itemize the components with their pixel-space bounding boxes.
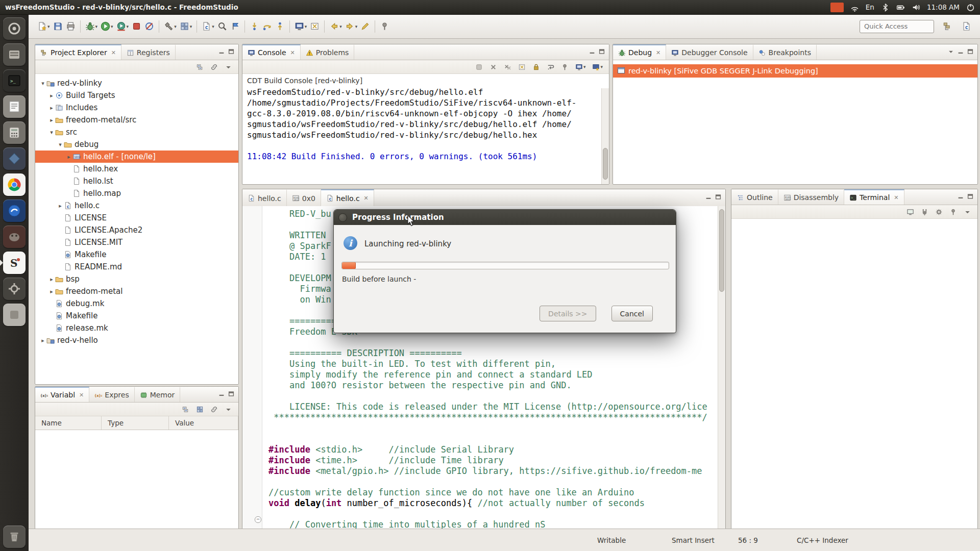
build-configurations-dropdown-icon[interactable]: ▾ xyxy=(190,24,192,29)
last-edit-location-button[interactable] xyxy=(359,19,372,34)
toggle-mark-occurrences-button[interactable] xyxy=(229,19,241,34)
tree-item-red-v-blinky[interactable]: ▾red-v-blinky xyxy=(35,77,238,89)
expand-arrow-icon[interactable]: ▸ xyxy=(48,117,55,123)
editor-scrollbar[interactable] xyxy=(718,206,725,529)
dialog-close-button[interactable] xyxy=(338,213,347,222)
build-button[interactable]: ▾ xyxy=(162,19,178,34)
view-menu-button[interactable] xyxy=(223,60,234,74)
close-tab-icon[interactable]: ✕ xyxy=(79,392,84,398)
expand-arrow-icon[interactable]: ▾ xyxy=(48,129,55,136)
collapse-all-button[interactable] xyxy=(180,402,191,416)
new-wizard-dropdown-icon[interactable]: ▾ xyxy=(47,24,50,29)
tab-variabl[interactable]: (x)=Variabl✕ xyxy=(35,387,89,402)
expand-arrow-icon[interactable]: ▸ xyxy=(48,105,55,111)
tree-item-hello-elf-none-le[interactable]: ▸1010hello.elf - [none/le] xyxy=(35,151,238,163)
column-header-value[interactable]: Value xyxy=(169,416,238,430)
expand-arrow-icon[interactable]: ▸ xyxy=(39,337,46,344)
view-menu-button[interactable] xyxy=(223,402,234,416)
tree-item-readme-md[interactable]: README.md xyxy=(35,261,238,273)
display-selected-console-dropdown-icon[interactable]: ▾ xyxy=(583,64,586,69)
tab-disassembly[interactable]: 01011011Disassembly xyxy=(778,189,844,205)
launcher-item-image-editor[interactable] xyxy=(3,226,26,248)
quick-access-input[interactable] xyxy=(860,20,934,33)
new-c-file-dropdown-icon[interactable]: ▾ xyxy=(212,24,214,29)
remove-all-terminated-button[interactable] xyxy=(502,60,513,74)
console-scrollbar-thumb[interactable] xyxy=(603,148,608,180)
launcher-item-dash[interactable] xyxy=(3,17,26,40)
step-over-button[interactable] xyxy=(261,19,274,34)
view-menu-button[interactable] xyxy=(947,47,954,57)
open-console-dropdown-icon[interactable]: ▾ xyxy=(600,64,603,69)
pin-console-button[interactable] xyxy=(559,60,570,74)
tab-project-explorer[interactable]: Project Explorer✕ xyxy=(35,44,121,60)
tab-expres[interactable]: (x)=Expres xyxy=(89,387,134,402)
new-c-file-button[interactable]: c▾ xyxy=(200,19,216,34)
tree-item-hello-hex[interactable]: hello.hex xyxy=(35,163,238,175)
launcher-item-package-app[interactable] xyxy=(3,278,26,300)
expand-arrow-icon[interactable]: ▾ xyxy=(39,80,46,87)
tree-item-license[interactable]: LICENSE xyxy=(35,212,238,224)
launcher-item-calculator[interactable] xyxy=(3,121,26,144)
column-header-type[interactable]: Type xyxy=(102,416,169,430)
bluetooth-icon[interactable] xyxy=(881,3,890,12)
power-menu-icon[interactable] xyxy=(966,3,975,12)
terminal-settings-button[interactable] xyxy=(934,205,944,219)
tree-item-hello-map[interactable]: hello.map xyxy=(35,187,238,199)
console-scrollbar[interactable] xyxy=(601,88,609,184)
battery-icon[interactable] xyxy=(896,3,905,12)
step-return-button[interactable] xyxy=(274,19,286,34)
maximize-button[interactable] xyxy=(967,192,974,202)
tree-item-debug[interactable]: ▾debug xyxy=(35,138,238,151)
close-tab-icon[interactable]: ✕ xyxy=(111,49,116,56)
tree-item-license-mit[interactable]: LICENSE.MIT xyxy=(35,236,238,248)
tree-item-freedom-metal[interactable]: ▸freedom-metal xyxy=(35,285,238,297)
network-icon[interactable] xyxy=(850,3,859,12)
tree-item-hello-lst[interactable]: hello.lst xyxy=(35,175,238,187)
expand-arrow-icon[interactable]: ▸ xyxy=(48,288,55,295)
back-button[interactable]: ▾ xyxy=(328,19,344,34)
maximize-button[interactable] xyxy=(228,390,235,399)
new-wizard-button[interactable]: ▾ xyxy=(36,19,52,34)
save-button[interactable] xyxy=(52,19,64,34)
minimize-button[interactable] xyxy=(218,390,225,399)
close-tab-icon[interactable]: ✕ xyxy=(364,195,369,202)
profile-button[interactable]: ▾ xyxy=(115,19,131,34)
tree-item-hello-c[interactable]: ▸chello.c xyxy=(35,199,238,212)
run-button[interactable]: ▾ xyxy=(99,19,115,34)
tab-console[interactable]: Console✕ xyxy=(242,44,301,60)
maximize-button[interactable] xyxy=(967,47,974,57)
open-console-button[interactable]: ▾ xyxy=(591,60,604,74)
tab-registers[interactable]: Registers xyxy=(121,44,176,60)
maximize-button[interactable] xyxy=(598,47,605,57)
editor-scrollbar-thumb[interactable] xyxy=(719,209,724,292)
print-button[interactable] xyxy=(64,19,77,34)
build-configurations-button[interactable]: ▾ xyxy=(178,19,194,34)
tree-item-debug-mk[interactable]: debug.mk xyxy=(35,297,238,310)
launcher-item-system-app[interactable] xyxy=(3,304,26,326)
tree-item-makefile[interactable]: Makefile xyxy=(35,248,238,261)
open-console-dropdown-icon[interactable]: ▾ xyxy=(305,24,307,29)
close-tab-icon[interactable]: ✕ xyxy=(894,194,898,201)
launcher-item-media-app[interactable] xyxy=(3,199,26,222)
terminate-button[interactable] xyxy=(130,19,143,34)
tree-item-build-targets[interactable]: ▸Build Targets xyxy=(35,89,238,102)
clear-annotations-button[interactable] xyxy=(308,19,321,34)
maximize-button[interactable] xyxy=(715,193,722,203)
minimize-button[interactable] xyxy=(957,192,964,202)
expand-arrow-icon[interactable]: ▸ xyxy=(48,276,55,283)
back-dropdown-icon[interactable]: ▾ xyxy=(339,24,342,29)
pin-terminal-button[interactable] xyxy=(948,205,959,219)
layout-button[interactable] xyxy=(194,402,205,416)
close-tab-icon[interactable]: ✕ xyxy=(290,49,295,56)
launcher-item-freedom-studio[interactable]: S xyxy=(3,252,26,274)
clear-console-button[interactable] xyxy=(517,60,527,74)
terminal-content[interactable] xyxy=(731,219,977,529)
minimize-button[interactable] xyxy=(957,47,964,57)
launcher-item-terminal-app[interactable]: >_ xyxy=(3,69,26,92)
collapse-all-button[interactable] xyxy=(194,60,205,74)
forward-button[interactable]: ▾ xyxy=(344,19,359,34)
tree-item-red-v-hello[interactable]: ▸red-v-hello xyxy=(35,334,238,346)
tab-debug[interactable]: Debug✕ xyxy=(613,44,666,60)
tree-item-license-apache2[interactable]: LICENSE.Apache2 xyxy=(35,224,238,236)
maximize-button[interactable] xyxy=(228,47,235,57)
